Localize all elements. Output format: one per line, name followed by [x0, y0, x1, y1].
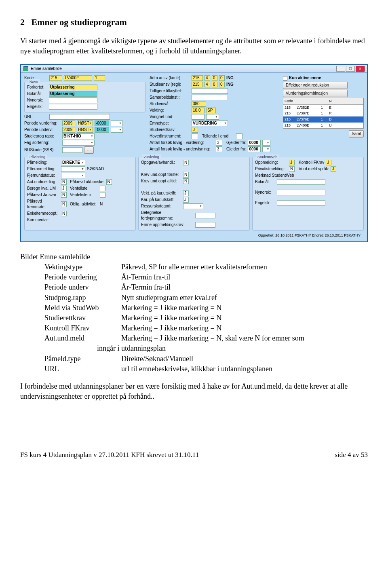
- label-vekt-kar: Vekt. på kar.utskrift:: [141, 190, 181, 196]
- field-pv-dd[interactable]: [111, 121, 123, 126]
- field-enkeltemne[interactable]: N: [61, 211, 67, 216]
- minimize-button[interactable]: —: [336, 66, 345, 72]
- checkbox-kun-aktive[interactable]: [283, 76, 287, 80]
- field-tidligere[interactable]: [192, 88, 228, 94]
- list-row[interactable]: 215LV387E1R: [283, 110, 363, 116]
- field-etteranmeld[interactable]: [61, 166, 85, 172]
- label-ventelistenr: Ventelistenr: [70, 192, 98, 198]
- field-fagsort[interactable]: [62, 140, 95, 146]
- field-emne-oppm[interactable]: [195, 222, 215, 228]
- field-adm-d[interactable]: 0: [219, 75, 225, 81]
- label-studierettkrav: Studierettkrav: [150, 127, 190, 133]
- field-kode-b[interactable]: LV400E: [64, 75, 92, 81]
- label-oppgave: Oppgave/avhandl.:: [141, 160, 181, 165]
- field-autund[interactable]: N: [61, 179, 67, 185]
- field-sw-engelsk[interactable]: [277, 200, 325, 206]
- field-ressurs[interactable]: [183, 203, 203, 209]
- field-pv-term[interactable]: HØST: [77, 121, 93, 126]
- field-pv-year[interactable]: 2009: [62, 121, 75, 126]
- label-admansv: Adm ansv (kontr):: [150, 75, 190, 81]
- close-button[interactable]: ✕: [356, 66, 365, 72]
- field-kontroll[interactable]: J: [326, 160, 331, 165]
- nuskode-browse-button[interactable]: …: [84, 146, 94, 154]
- definition-row: URLurl til emnebeskrivelse, klikkbar i u…: [44, 364, 368, 374]
- button-saml[interactable]: Saml: [349, 130, 364, 137]
- field-adm-a[interactable]: 215: [192, 75, 203, 81]
- field-vekt-kar[interactable]: J: [183, 190, 189, 196]
- field-oppmelding[interactable]: J: [289, 160, 295, 165]
- field-vekting-a[interactable]: 10,0: [192, 108, 205, 113]
- group-pavisning: Påvisning: [28, 154, 47, 160]
- field-pu-year[interactable]: 2009: [62, 127, 75, 133]
- label-enkeltemne: Enkeltemneoppt.:: [27, 211, 59, 216]
- field-nynorsk[interactable]: [49, 97, 97, 103]
- field-hovedinstr[interactable]: [192, 133, 198, 139]
- button-effektuer[interactable]: Effektuer vekt.reduksjon: [283, 82, 348, 89]
- field-beregn[interactable]: J: [61, 186, 67, 191]
- field-kode-c[interactable]: 1: [94, 75, 105, 81]
- field-samarbeid[interactable]: [192, 95, 228, 100]
- field-adm-c[interactable]: 0: [212, 75, 217, 81]
- field-ventelistenr[interactable]: [100, 192, 105, 198]
- field-sa-c[interactable]: 0: [212, 82, 217, 87]
- field-adm-b[interactable]: 4: [205, 75, 210, 81]
- label-autund: Aut.undmelding: [27, 179, 59, 185]
- field-pv-to[interactable]: -0000: [95, 121, 109, 126]
- field-studieniva[interactable]: 380: [192, 101, 206, 107]
- field-sw-nynorsk[interactable]: [277, 190, 325, 195]
- field-vekting-b[interactable]: SP: [206, 108, 216, 113]
- field-varighet-dd[interactable]: [206, 114, 219, 120]
- field-pu-to[interactable]: -0000: [95, 127, 109, 133]
- field-pakrevd-akt[interactable]: N: [106, 179, 112, 185]
- field-url[interactable]: [49, 114, 110, 120]
- field-sw-bokmal[interactable]: [277, 179, 325, 185]
- field-tellende[interactable]: [236, 133, 242, 139]
- page-heading: 2 Emner og studieprogram: [20, 16, 368, 29]
- field-kar-kar[interactable]: J: [183, 197, 189, 203]
- group-vurdering: Vurdering: [142, 154, 161, 160]
- maximize-button[interactable]: ☐: [346, 66, 355, 72]
- list-row[interactable]: 215LV400E1U: [283, 123, 363, 129]
- button-vurdkomb[interactable]: Vurderingskombinasjon: [283, 90, 348, 97]
- field-sa-a[interactable]: 215: [192, 82, 203, 87]
- field-pu-dd[interactable]: [111, 127, 123, 133]
- field-kode-a[interactable]: 215: [49, 75, 62, 81]
- field-gjelder[interactable]: 0000: [248, 140, 261, 146]
- field-pakrevd-ja[interactable]: N: [61, 192, 67, 198]
- field-pamelding[interactable]: DIREKTE: [61, 160, 85, 165]
- field-nuskode[interactable]: [62, 147, 82, 153]
- field-gjelder-dd[interactable]: [262, 140, 270, 146]
- field-pu-term[interactable]: HØST: [77, 127, 93, 133]
- field-pakrevd-fremm[interactable]: N: [61, 201, 67, 207]
- field-gjelder2[interactable]: 0000: [248, 146, 261, 152]
- field-vurdmeld[interactable]: J: [331, 166, 336, 172]
- window-titlebar: Emne samlebilde — ☐ ✕: [21, 65, 367, 73]
- closing-paragraph: I forbindelse med utdanningsplaner bør e…: [20, 381, 368, 402]
- field-venteliste[interactable]: [100, 186, 105, 191]
- field-betegnelse[interactable]: [195, 213, 215, 218]
- field-studieprog[interactable]: BIKT-HIO: [62, 133, 95, 139]
- field-varighet[interactable]: [192, 114, 205, 120]
- field-studierettkrav[interactable]: J: [192, 127, 198, 133]
- label-pakrevd-ja: Påkrevd Ja-svar: [27, 192, 59, 198]
- list-row[interactable]: 215LV376E1D: [283, 116, 363, 123]
- list-row[interactable]: 215LV352E1E: [283, 105, 363, 111]
- field-bokmal[interactable]: Utplassering: [49, 91, 97, 97]
- field-krev-forste[interactable]: N: [183, 172, 189, 178]
- field-antall-und[interactable]: 3: [216, 146, 222, 152]
- field-fjernund[interactable]: [61, 173, 85, 178]
- field-oppgave[interactable]: N: [183, 160, 189, 165]
- field-sa-d[interactable]: 0: [219, 82, 225, 87]
- field-krev-alltid[interactable]: N: [183, 178, 189, 184]
- field-engelsk[interactable]: [49, 104, 97, 110]
- definition-row: Periode vurderingÅt-Termin fra-til: [44, 272, 368, 282]
- field-gjelder2-dd[interactable]: [262, 146, 270, 152]
- field-privatist[interactable]: N: [289, 166, 295, 172]
- label-kontroll: Kontroll FKrav: [299, 160, 324, 165]
- field-forkortet[interactable]: Utplassering: [49, 85, 97, 90]
- field-emnetype[interactable]: VURDERING: [192, 121, 228, 126]
- label-soknad: SØKNAD: [87, 166, 104, 172]
- field-sa-b[interactable]: 4: [205, 82, 210, 87]
- emne-list[interactable]: KodeN 215LV352E1E215LV387E1R215LV376E1D2…: [283, 98, 364, 129]
- field-antall-vurd[interactable]: 3: [216, 140, 222, 146]
